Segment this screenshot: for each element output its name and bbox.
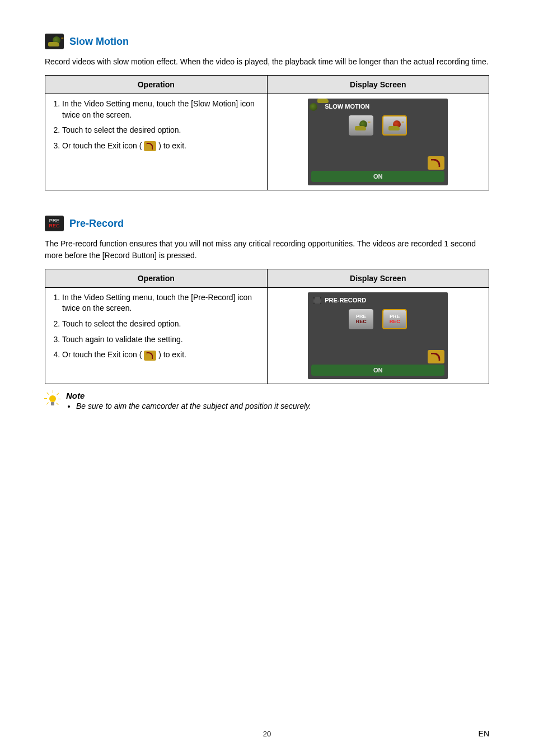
page-lang: EN [479,729,489,738]
pre-record-off-option[interactable]: PREREC [349,309,373,329]
pre-record-on-option[interactable]: PREREC [382,309,407,329]
prerec-icon: PREREC [45,216,64,231]
step-2: Touch to select the desired option. [62,319,261,330]
pre-record-table: Operation Display Screen In the Video Se… [45,269,489,384]
display-screen-cell: PRE-RECORD PREREC PREREC ON [267,287,489,384]
film-icon [313,297,321,304]
note-block: Note Be sure to aim the camcorder at the… [45,391,489,410]
note-heading: Note [66,391,311,400]
panel-title-text: PRE-RECORD [325,297,366,304]
snail-small-icon [313,103,321,110]
page-number: 20 [0,730,534,738]
col-operation: Operation [45,269,268,287]
operation-cell: In the Video Setting menu, touch the [Sl… [45,94,268,190]
on-label: ON [311,171,444,182]
step-1: In the Video Setting menu, touch the [Sl… [62,99,261,120]
step-2: Touch to select the desired option. [62,125,261,136]
operation-cell: In the Video Setting menu, touch the [Pr… [45,287,268,384]
slow-motion-intro: Record videos with slow motion effect. W… [45,56,489,67]
pre-record-title: Pre-Record [69,218,124,230]
display-screen-slowmotion: SLOW MOTION ≡ ≡ ON [308,99,448,185]
exit-button[interactable] [428,350,444,363]
step-4: Or touch the Exit icon ( ) to exit. [62,349,261,361]
lightbulb-icon [45,391,60,407]
section-heading-slow-motion: ≡ Slow Motion [45,34,489,49]
step-3: Or touch the Exit icon ( ) to exit. [62,141,261,152]
exit-icon [144,351,156,361]
pre-record-intro: The Pre-record function ensures that you… [45,238,489,261]
col-display: Display Screen [267,269,489,287]
section-heading-pre-record: PREREC Pre-Record [45,216,489,231]
note-item: Be sure to aim the camcorder at the subj… [76,402,311,410]
display-screen-prerecord: PRE-RECORD PREREC PREREC ON [308,292,448,379]
exit-icon [144,141,156,151]
display-screen-cell: SLOW MOTION ≡ ≡ ON [267,94,489,190]
panel-title-text: SLOW MOTION [325,103,369,110]
snail-icon: ≡ [45,34,64,49]
slow-motion-off-option[interactable]: ≡ [349,115,373,136]
col-operation: Operation [45,76,268,94]
step-3: Touch again to validate the setting. [62,334,261,346]
col-display: Display Screen [267,76,489,94]
slow-motion-title: Slow Motion [69,36,129,48]
on-label: ON [311,365,444,376]
slow-motion-on-option[interactable]: ≡ [382,115,407,136]
step-1: In the Video Setting menu, touch the [Pr… [62,292,261,314]
slow-motion-table: Operation Display Screen In the Video Se… [45,75,489,190]
exit-button[interactable] [428,156,444,170]
